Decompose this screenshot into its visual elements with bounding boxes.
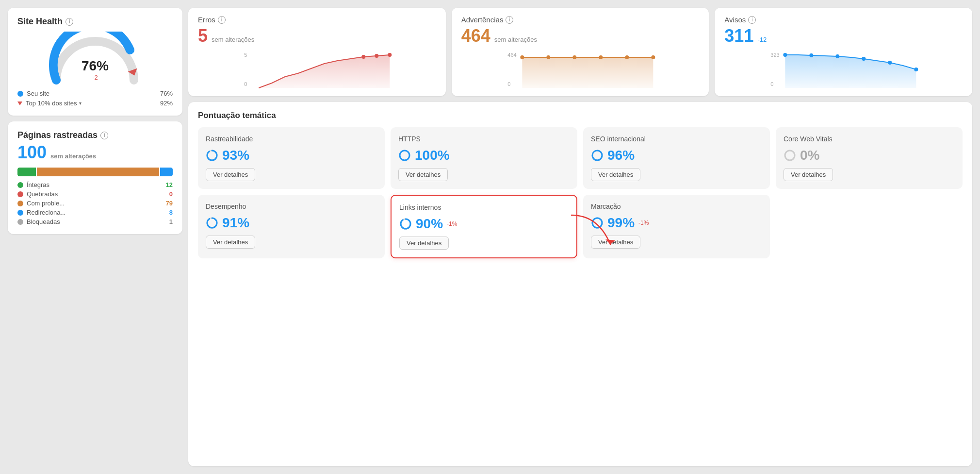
metric-erros-value: 5 [198,26,208,46]
desempenho-percent: 91% [222,215,249,231]
svg-text:0: 0 [244,81,247,87]
metric-avisos-sub: -12 [757,36,767,43]
cwv-percent: 0% [800,148,819,163]
https-circle-icon [398,149,411,162]
site-health-label: Site Health [17,17,63,27]
rastreabilidade-circle-icon [206,149,218,162]
erros-info-icon[interactable]: i [218,16,226,24]
legend-value-top: 92% [160,100,173,107]
pb-orange-segment [37,168,159,176]
links-details-btn[interactable]: Ver detalhes [399,237,449,250]
svg-point-12 [572,55,576,59]
gauge-container: 76% -2 [17,32,173,85]
legend-left-site: Seu site [17,90,49,97]
dot-gray-icon [17,219,23,225]
card-seo-internacional: SEO internacional 96% Ver detalhes [583,127,770,189]
gauge-center: 76% -2 [82,58,109,81]
card-rastreabilidade-title: Rastreabilidade [206,135,377,143]
svg-marker-18 [785,55,916,88]
svg-text:464: 464 [507,52,516,58]
pb-green-segment [17,168,36,176]
marcacao-details-btn[interactable]: Ver detalhes [591,236,640,249]
svg-marker-9 [522,57,653,88]
card-links-internos: Links internos 90% -1% Ver detalhes [391,195,577,258]
card-marcacao: Marcação 99% -1% Ver detalhes [583,195,770,258]
thematic-grid: Rastreabilidade 93% Ver detalhes HTTPS [198,127,963,258]
erros-chart: 5 0 [198,50,436,89]
svg-point-10 [520,55,524,59]
advertencias-chart: 464 0 [461,50,700,89]
rastreabilidade-percent: 93% [222,148,249,163]
pages-legend: Íntegras 12 Quebradas 0 Com proble... [17,181,173,225]
site-health-info-icon[interactable]: i [65,18,73,26]
dot-blue-icon [17,91,23,97]
links-diff: -1% [447,220,457,227]
metric-advertencias-value: 464 [461,26,490,46]
avisos-info-icon[interactable]: i [748,16,756,24]
svg-point-30 [785,151,795,160]
marcacao-circle-icon [591,217,604,229]
svg-point-15 [651,55,655,59]
svg-point-19 [784,53,787,57]
card-https: HTTPS 100% Ver detalhes [391,127,577,189]
cwv-details-btn[interactable]: Ver detalhes [784,168,833,181]
legend-left-integras: Íntegras [17,181,49,188]
dot-green-icon [17,182,23,188]
metric-avisos-value-row: 311 -12 [724,26,963,46]
svg-point-34 [401,219,410,229]
pages-title-label: Páginas rastreadas [17,130,98,140]
metric-erros: Erros i 5 sem alterações 5 0 [188,8,446,96]
main-container: Site Health i 76% -2 [0,0,980,474]
advertencias-info-icon[interactable]: i [506,16,513,24]
metric-advertencias-title: Advertências i [461,16,700,24]
value-redireciona: 8 [169,209,173,216]
metric-erros-value-row: 5 sem alterações [198,26,436,46]
seo-circle-icon [591,149,604,162]
value-quebradas: 0 [169,190,173,198]
legend-left-redireciona: Redireciona... [17,209,65,216]
card-marcacao-score: 99% -1% [591,215,762,231]
metric-advertencias-value-row: 464 sem alterações [461,26,700,46]
metric-erros-title: Erros i [198,16,436,24]
svg-point-29 [592,151,602,160]
seo-percent: 96% [607,148,635,163]
card-links-score: 90% -1% [399,216,569,232]
dot-orange-icon [17,201,23,206]
legend-item-site: Seu site 76% [17,90,173,97]
metric-avisos-value: 311 [724,26,753,46]
https-details-btn[interactable]: Ver detalhes [398,168,448,181]
thematic-title: Pontuação temática [198,111,963,120]
svg-point-23 [888,61,892,65]
svg-point-13 [599,55,603,59]
legend-item-integras: Íntegras 12 [17,181,173,188]
svg-point-20 [810,53,814,57]
chevron-down-icon[interactable]: ▾ [79,101,82,106]
card-seo-title: SEO internacional [591,135,762,143]
svg-text:5: 5 [244,52,247,58]
svg-point-6 [388,53,392,57]
left-column: Site Health i 76% -2 [8,8,182,466]
seo-details-btn[interactable]: Ver detalhes [591,168,640,181]
legend-item-top: Top 10% dos sites ▾ 92% [17,100,173,107]
svg-text:0: 0 [771,81,774,87]
desempenho-details-btn[interactable]: Ver detalhes [206,236,255,249]
legend-left-bloqueadas: Bloqueadas [17,218,60,225]
svg-point-22 [862,57,866,61]
rastreabilidade-details-btn[interactable]: Ver detalhes [206,168,255,181]
svg-point-4 [361,55,365,59]
metric-advertencias: Advertências i 464 sem alterações 464 [452,8,709,96]
desempenho-circle-icon [206,217,218,229]
legend-item-redireciona: Redireciona... 8 [17,209,173,216]
dot-blue2-icon [17,210,23,216]
right-column: Erros i 5 sem alterações 5 0 [188,8,972,466]
legend-item-problemas: Com proble... 79 [17,200,173,207]
empty-slot [776,195,963,258]
pages-title: Páginas rastreadas i [17,130,173,140]
card-desempenho: Desempenho 91% Ver detalhes [198,195,385,258]
card-rastreabilidade-score: 93% [206,148,377,163]
svg-text:323: 323 [771,52,780,58]
links-percent: 90% [416,216,443,232]
card-core-web-vitals: Core Web Vitals 0% Ver detalhes [776,127,963,189]
legend-item-bloqueadas: Bloqueadas 1 [17,218,173,225]
pages-info-icon[interactable]: i [100,132,108,139]
